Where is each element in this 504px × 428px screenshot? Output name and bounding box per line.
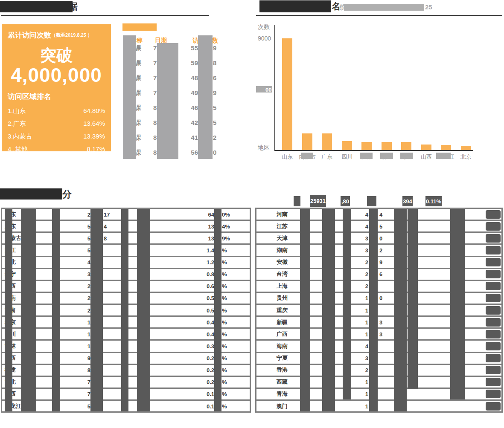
floating-strip-value: 394 (402, 196, 413, 206)
pct-main-right: % (222, 247, 227, 253)
daily-count-right-fragment: 2 (213, 134, 216, 141)
mid-right-fragment: 3 (379, 331, 382, 337)
bar (342, 141, 352, 150)
bottom-title-redaction-bar (0, 188, 62, 200)
bar (302, 133, 312, 150)
daily-table-title-redaction-bar (122, 23, 157, 31)
redaction-blob (486, 342, 501, 350)
daily-name-redaction-strip (123, 35, 136, 159)
mid-left-fragment: 5 (79, 247, 90, 253)
top-left-title-redaction-bar (0, 1, 73, 12)
mid-right-fragment: 17 (104, 211, 110, 217)
pct-main-left: 13 (198, 223, 214, 229)
daily-name-fragment: 课 (135, 149, 141, 157)
redaction-blob (486, 378, 501, 386)
card-rank-name: 3.内蒙古 (8, 130, 32, 143)
province-name: 青海 (269, 390, 295, 398)
card-title: 累计访问次数（截至2019.8.25 ） (8, 30, 92, 40)
mid-right-fragment: 3 (379, 319, 382, 325)
pct-main-left: 0.5 (198, 295, 214, 301)
chart-x-tick-label: 北京 (453, 153, 479, 161)
mid-left-fragment: 4 (357, 343, 368, 349)
mid-left-fragment: 2 (357, 259, 368, 266)
mid-right-fragment: 6 (379, 271, 382, 278)
table-row: 澳门30.00%10.00% (256, 401, 501, 411)
province-name: 安徽 (269, 258, 295, 266)
daily-count-right-fragment: 8 (213, 59, 216, 67)
mid-right-fragment: 2 (379, 247, 382, 253)
daily-count-right-fragment: 5 (213, 104, 216, 111)
mid-left-fragment: 2 (357, 283, 368, 289)
bar (361, 142, 372, 150)
province-name: 西藏 (269, 378, 295, 386)
chart-y-axis-label: 次数 (258, 23, 270, 31)
province-name: 河南 (269, 211, 295, 218)
bottom-title-visible-text: 分 (62, 189, 72, 200)
top-left-divider (1, 15, 209, 16)
daily-name-fragment: 课 (135, 119, 141, 127)
top-right-subtitle-redaction-bar (344, 4, 424, 11)
top-right-title-visible-text: 名 (332, 1, 341, 12)
daily-count-right-fragment: 5 (213, 119, 216, 126)
redaction-blob (486, 390, 501, 398)
mid-right-fragment: 4 (379, 211, 382, 217)
pct-main-right: % (222, 307, 227, 313)
card-rank-pct: 13.39% (83, 130, 105, 143)
pct-main-right: % (222, 343, 227, 349)
mid-right-fragment: 0 (379, 235, 382, 241)
bar (441, 145, 451, 150)
mid-left-fragment: 2 (357, 271, 368, 278)
daily-date-fragment: 7 (153, 59, 157, 67)
daily-date-fragment: 7 (153, 74, 157, 81)
pct-main-left: 0.5 (198, 307, 214, 313)
redaction-blob (486, 318, 501, 327)
daily-count-right-fragment: 9 (213, 44, 216, 52)
top-right-divider (256, 15, 502, 16)
chart-label-redaction-strip (400, 153, 413, 159)
pct-main-right: % (222, 403, 227, 409)
right-p2-redaction-strip (394, 209, 407, 411)
left-count-redaction-strip (21, 209, 36, 411)
mid-left-fragment: 5 (79, 223, 90, 229)
card-title-note: （截至2019.8.25 ） (51, 32, 92, 38)
province-name: 新疆 (269, 318, 295, 326)
left-frag1-redaction-strip (52, 209, 60, 411)
daily-count-left-fragment: 55 (186, 44, 198, 52)
pct-main-left: 0.4 (198, 319, 214, 325)
left-frag2-redaction-strip (121, 209, 128, 411)
redaction-blob (486, 234, 501, 243)
card-rank-name: 2.广东 (8, 117, 26, 130)
mid-left-fragment: 1 (79, 331, 90, 337)
mid-left-fragment: 7 (79, 379, 90, 385)
mid-left-fragment: 3 (357, 355, 368, 361)
province-name: 重庆 (269, 307, 295, 314)
daily-date-redaction-strip (157, 43, 178, 159)
chart-x-axis-line (274, 150, 473, 151)
redaction-blob (486, 294, 501, 302)
redaction-blob (486, 402, 501, 411)
top-right-subtitle-tail-text: 25 (425, 3, 432, 11)
mid-left-fragment: 3 (79, 271, 90, 278)
bar (421, 145, 431, 150)
pct-main-left: 13 (198, 235, 214, 241)
mid-left-fragment: 4 (79, 259, 90, 266)
daily-name-fragment: 课 (135, 44, 141, 52)
province-name: 湖南 (269, 246, 295, 254)
daily-count-left-fragment: 48 (186, 74, 198, 81)
daily-count-left-fragment: 56 (186, 149, 198, 156)
left-pct2-redaction-strip (214, 209, 221, 411)
card-rank-pct: 13.64% (83, 117, 105, 130)
province-name: 澳门 (269, 402, 295, 410)
mid-right-fragment: 0 (379, 295, 382, 301)
mid-left-fragment: 5 (79, 403, 90, 409)
floating-strip-count: 25931 (310, 195, 326, 207)
region-table-right: 河南3940.11%,64440.11%2350.11%江苏2350.11%,3… (255, 208, 503, 413)
daily-date-fragment: 8 (153, 134, 157, 141)
card-rank-row: 2.广东13.64% (8, 117, 105, 130)
mid-left-fragment: 1 (357, 379, 368, 385)
mid-left-fragment: 8 (79, 367, 90, 373)
daily-name-fragment: 课 (135, 89, 141, 97)
chart-label-redaction-strip (360, 153, 373, 159)
redaction-blob (486, 270, 501, 278)
floating-strip-pct: 0.11% (425, 196, 442, 206)
